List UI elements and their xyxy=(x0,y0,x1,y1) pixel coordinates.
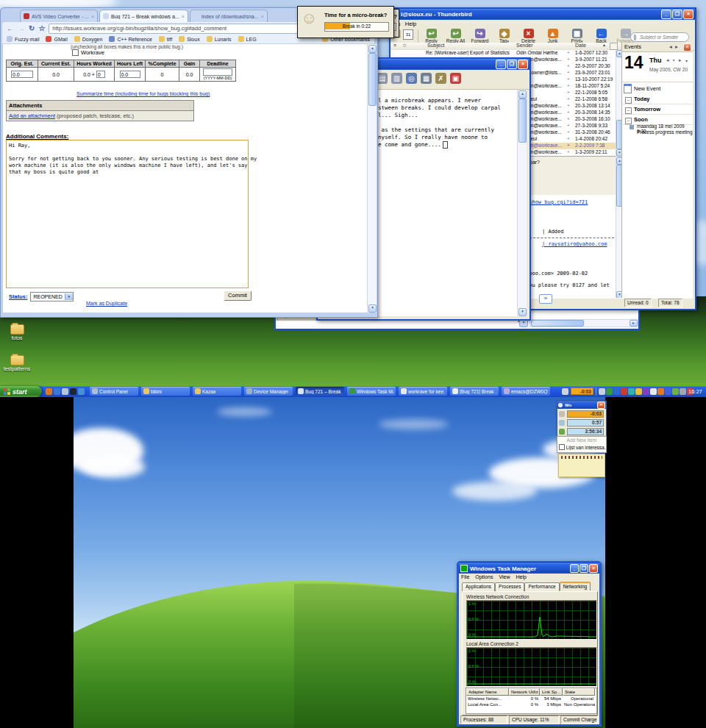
search-box[interactable] xyxy=(630,32,689,42)
taskbar-button[interactable]: Device Manager xyxy=(244,387,293,396)
column-header[interactable]: State xyxy=(563,688,595,696)
comments-textarea[interactable]: Hi Ray, Sorry for not getting back to yo… xyxy=(6,140,249,288)
expand-icon[interactable]: ▾ xyxy=(685,58,688,63)
minimize-button[interactable]: _ xyxy=(570,564,579,573)
forward-icon[interactable]: → xyxy=(18,24,25,32)
toolbar-icon[interactable]: ▥ xyxy=(391,73,402,84)
checkbox-icon[interactable] xyxy=(559,444,565,450)
adapter-row[interactable]: Local Area Con... 0 % 3 Mbps Non Operati… xyxy=(466,702,596,707)
taskbar-clock[interactable]: 16:27 xyxy=(688,388,702,395)
message-email-link[interactable]: | raysatiro@yahoo.com xyxy=(542,241,607,247)
browser-scrollbar[interactable]: ▲ ▼ xyxy=(367,44,377,313)
bookmark-item[interactable]: Doxygen xyxy=(74,36,103,42)
column-header[interactable]: Adapter Name xyxy=(466,688,509,696)
tray-icon[interactable] xyxy=(680,388,686,395)
taskbar-button[interactable]: workrave for kee... xyxy=(399,387,447,396)
message-window-scrollbar[interactable]: ▲ ▼ xyxy=(517,90,527,316)
column-header[interactable]: Link Sp... xyxy=(540,688,563,696)
resize-handle-icon[interactable]: ⋰ xyxy=(243,282,247,287)
quick-launch-icon[interactable] xyxy=(78,388,85,395)
close-button[interactable]: × xyxy=(683,10,693,19)
minimize-button[interactable]: _ xyxy=(496,60,506,69)
taskbar-button[interactable]: Kazaa xyxy=(193,387,241,396)
thread-column-icon[interactable]: ≡ xyxy=(393,43,396,48)
sender-column[interactable]: Sender xyxy=(516,43,533,48)
browser-tab[interactable]: AVS Video Converter - ... × xyxy=(20,10,98,22)
taskbar-button[interactable]: [Bug 721] Break ... xyxy=(450,387,499,396)
prev-day-icon[interactable]: ◂ xyxy=(666,57,669,63)
scrollbar-thumb[interactable] xyxy=(368,53,377,106)
deadline-input[interactable] xyxy=(203,68,232,76)
reload-icon[interactable]: ↻ xyxy=(29,24,35,32)
tray-icon[interactable] xyxy=(657,388,664,395)
scroll-down-icon[interactable]: ▼ xyxy=(368,304,377,313)
tray-icon[interactable] xyxy=(606,388,613,395)
tray-icon[interactable] xyxy=(613,388,620,395)
scroll-right-icon[interactable]: ► xyxy=(630,320,638,326)
workrave-titlebar[interactable]: Wo × xyxy=(557,402,606,409)
tray-icon[interactable] xyxy=(628,388,635,395)
column-header[interactable]: Network Utiliz... xyxy=(509,688,540,696)
message-link[interactable]: /show_bug.cgi?id=721 xyxy=(526,199,588,205)
browser-tab[interactable]: Index of /download/sna... × xyxy=(190,10,268,22)
taskbar-button[interactable]: Bug 721 – Break ... xyxy=(296,387,344,396)
workrave-popup[interactable]: ☺ Time for a micro-break? Break in 0:22 xyxy=(297,6,394,38)
menu-item[interactable]: File xyxy=(461,574,469,581)
minimize-button[interactable]: _ xyxy=(661,10,671,19)
date-column[interactable]: Date xyxy=(575,43,586,48)
today-dot-icon[interactable]: • xyxy=(673,57,674,63)
menu-item[interactable]: Help xyxy=(516,574,526,581)
summarize-time-link[interactable]: Summarize time (including time for bugs … xyxy=(76,91,210,96)
menu-check-item[interactable]: Lijst van interessa... xyxy=(557,444,606,450)
scrollbar-thumb[interactable] xyxy=(531,320,584,326)
adapter-row[interactable]: Wireless Netwo... 0 % 54 Mbps Operationa… xyxy=(466,696,596,702)
tray-icon[interactable] xyxy=(635,388,642,395)
maximize-button[interactable]: ❐ xyxy=(580,564,588,573)
close-icon[interactable]: × xyxy=(683,43,691,51)
horizontal-scrollbar[interactable]: ► xyxy=(530,319,638,327)
chevron-down-icon[interactable]: ▾ xyxy=(65,293,73,300)
status-select[interactable]: REOPENED ▾ xyxy=(30,292,73,301)
toolbar-icon[interactable]: ▤ xyxy=(377,73,388,84)
hours-worked-input[interactable] xyxy=(96,71,105,78)
bookmark-item[interactable]: Sioux xyxy=(179,36,200,42)
status-label[interactable]: Status: xyxy=(9,293,27,300)
event-item[interactable]: maandag 18 mei 2009 9:30 Process progres… xyxy=(622,124,693,138)
add-attachment-link[interactable]: Add an attachment xyxy=(9,113,55,119)
add-new-item[interactable]: Add New Item xyxy=(557,437,606,444)
bookmark-item[interactable]: LEG xyxy=(238,36,257,42)
maximize-button[interactable]: ❐ xyxy=(507,60,517,69)
sticky-note[interactable] xyxy=(558,454,605,477)
scroll-up-icon[interactable]: ▲ xyxy=(368,45,377,53)
quick-launch-icon[interactable] xyxy=(46,388,52,395)
tray-icon[interactable] xyxy=(599,388,605,395)
workrave-checkbox-row[interactable]: Workrave xyxy=(72,49,104,56)
mark-duplicate-link[interactable]: Mark as Duplicate xyxy=(86,301,127,306)
toolbar-icon[interactable]: ▣ xyxy=(450,73,461,84)
quick-launch-icon[interactable] xyxy=(62,388,68,395)
desktop-icon-testpatterns[interactable]: testpatterns xyxy=(0,355,34,371)
scroll-down-icon[interactable]: ▼ xyxy=(518,308,527,316)
prev-icon[interactable]: ◂ xyxy=(669,43,672,51)
next-day-icon[interactable]: ▸ xyxy=(679,57,682,63)
subject-column[interactable]: Subject xyxy=(427,43,444,48)
tab-close-icon[interactable]: × xyxy=(91,14,94,19)
tray-icon[interactable] xyxy=(621,388,627,395)
close-button[interactable]: × xyxy=(589,564,598,573)
taskbar-button[interactable]: Control Panel xyxy=(90,387,138,396)
tray-icon[interactable] xyxy=(672,388,679,395)
bookmark-item[interactable]: GMail xyxy=(46,36,67,42)
taskbar-button[interactable]: bikini xyxy=(141,387,190,396)
star-column-icon[interactable]: ☆ xyxy=(402,43,407,49)
bookmark-item[interactable]: Fuzzy mail xyxy=(7,36,39,42)
tab[interactable]: Applications xyxy=(462,582,495,591)
scrollbar-thumb[interactable] xyxy=(518,99,527,143)
tray-icon[interactable] xyxy=(643,388,649,395)
thunderbird-titlebar[interactable]: l@sioux.eu - Thunderbird _ ❐ × xyxy=(391,9,695,20)
orig-est-input[interactable] xyxy=(11,71,33,78)
next-icon[interactable]: ▸ xyxy=(675,43,678,51)
collapse-icon[interactable]: − xyxy=(625,97,632,104)
maximize-button[interactable]: ❐ xyxy=(672,10,682,19)
start-button[interactable]: start xyxy=(0,386,42,397)
workrave-tray-icon[interactable] xyxy=(562,388,568,395)
